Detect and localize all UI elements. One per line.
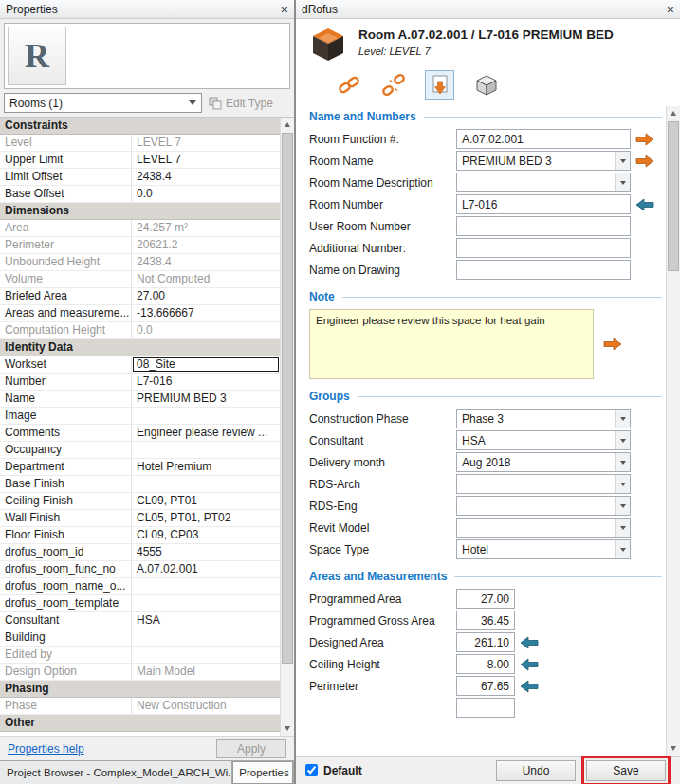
property-value[interactable]: Not Computed bbox=[132, 271, 280, 287]
property-value[interactable]: CL09, CP03 bbox=[132, 527, 280, 543]
property-row: drofus_room_template bbox=[0, 595, 280, 612]
property-value[interactable]: A.07.02.001 bbox=[132, 561, 280, 577]
field-label: Additional Number: bbox=[309, 242, 451, 255]
heading-label: Areas and Measurements bbox=[309, 570, 447, 584]
scrollbar-thumb[interactable] bbox=[668, 121, 679, 271]
property-value[interactable]: CL09, PT01 bbox=[132, 493, 280, 509]
property-value[interactable]: New Construction bbox=[132, 698, 280, 714]
input-value: A.07.02.001 bbox=[462, 133, 524, 146]
property-value[interactable]: 2438.4 bbox=[132, 169, 280, 185]
edit-type-button[interactable]: Edit Type bbox=[207, 93, 290, 113]
property-section-header[interactable]: Phasing bbox=[0, 681, 280, 698]
field-input[interactable] bbox=[456, 216, 631, 236]
property-value[interactable]: L7-016 bbox=[132, 374, 280, 390]
pull-from-drofus-arrow-icon[interactable] bbox=[520, 658, 542, 671]
heading-label: Note bbox=[309, 290, 335, 304]
field-select[interactable] bbox=[456, 496, 631, 516]
property-value[interactable]: 20621.2 bbox=[132, 237, 280, 253]
property-value[interactable]: PREMIUM BED 3 bbox=[132, 391, 280, 407]
property-value[interactable]: 27.00 bbox=[132, 288, 280, 304]
scroll-up-arrow-icon[interactable] bbox=[281, 118, 294, 132]
push-to-drofus-arrow-icon[interactable] bbox=[635, 133, 658, 146]
property-value[interactable] bbox=[132, 408, 280, 424]
close-icon[interactable]: × bbox=[281, 3, 288, 16]
field-select[interactable]: HSA bbox=[456, 430, 631, 450]
property-value[interactable]: 2438.4 bbox=[132, 254, 280, 270]
unlink-icon[interactable] bbox=[380, 72, 406, 98]
field-input[interactable]: 27.00 bbox=[456, 589, 515, 609]
property-value[interactable] bbox=[132, 578, 280, 594]
properties-help-link[interactable]: Properties help bbox=[8, 742, 84, 756]
close-icon[interactable]: × bbox=[667, 3, 674, 16]
apply-button[interactable]: Apply bbox=[216, 739, 286, 758]
link-icon[interactable] bbox=[336, 72, 361, 98]
heading-rule bbox=[342, 297, 662, 298]
property-value[interactable] bbox=[132, 476, 280, 492]
field-select[interactable] bbox=[456, 173, 631, 192]
property-section-header[interactable]: Dimensions bbox=[0, 203, 280, 220]
property-value[interactable] bbox=[132, 595, 280, 611]
field-select[interactable]: Aug 2018 bbox=[456, 452, 631, 472]
drofus-scrollbar[interactable] bbox=[666, 106, 680, 756]
type-selector-dropdown[interactable]: Rooms (1) bbox=[4, 93, 202, 113]
scroll-down-arrow-icon[interactable] bbox=[667, 741, 680, 756]
undo-button[interactable]: Undo bbox=[496, 760, 576, 781]
property-section-header[interactable]: Other bbox=[0, 715, 280, 732]
property-value[interactable]: LEVEL 7 bbox=[132, 152, 280, 168]
field-input[interactable]: L7-016 bbox=[456, 194, 631, 214]
tab-properties[interactable]: Properties bbox=[232, 761, 294, 784]
property-value[interactable] bbox=[132, 647, 280, 663]
property-value[interactable]: 08_Site bbox=[132, 356, 280, 373]
property-value[interactable]: 24.257 m² bbox=[132, 220, 280, 236]
property-value[interactable] bbox=[132, 442, 280, 458]
field-input[interactable] bbox=[456, 260, 631, 280]
push-to-drofus-arrow-icon[interactable] bbox=[635, 155, 658, 168]
field-select[interactable]: Phase 3 bbox=[456, 409, 631, 428]
scroll-up-arrow-icon[interactable] bbox=[667, 106, 680, 120]
field-input[interactable]: A.07.02.001 bbox=[456, 129, 631, 149]
property-value[interactable]: 0.0 bbox=[132, 322, 280, 338]
property-value[interactable]: CL05, PT01, PT02 bbox=[132, 510, 280, 526]
field-input[interactable]: 8.00 bbox=[456, 654, 515, 674]
property-value[interactable]: Main Model bbox=[132, 664, 280, 680]
save-button[interactable]: Save bbox=[586, 760, 666, 781]
push-to-drofus-icon[interactable] bbox=[425, 70, 454, 100]
property-label: Level bbox=[0, 135, 132, 151]
property-value[interactable] bbox=[132, 629, 280, 646]
field-input[interactable] bbox=[456, 238, 631, 258]
edit-type-icon bbox=[209, 97, 222, 110]
properties-scrollbar[interactable] bbox=[280, 118, 294, 736]
property-value[interactable]: -13.666667 bbox=[132, 305, 280, 321]
field-select[interactable]: PREMIUM BED 3 bbox=[456, 151, 631, 171]
field-label: Programmed Gross Area bbox=[309, 614, 451, 628]
property-value[interactable]: 0.0 bbox=[132, 186, 280, 202]
field-label: Construction Phase bbox=[309, 412, 451, 426]
note-textarea[interactable]: Engineer please review this space for he… bbox=[309, 309, 594, 379]
property-value[interactable]: Hotel Premium bbox=[132, 459, 280, 475]
push-to-drofus-arrow-icon[interactable] bbox=[603, 337, 622, 351]
property-value[interactable]: LEVEL 7 bbox=[132, 135, 280, 151]
heading-rule bbox=[454, 576, 662, 577]
pull-from-drofus-arrow-icon[interactable] bbox=[520, 680, 542, 693]
chevron-down-icon bbox=[615, 431, 630, 449]
field-select[interactable] bbox=[456, 518, 631, 538]
default-checkbox[interactable] bbox=[305, 764, 318, 776]
field-input[interactable] bbox=[456, 698, 515, 718]
scroll-down-arrow-icon[interactable] bbox=[281, 721, 294, 736]
property-value[interactable]: 4555 bbox=[132, 544, 280, 560]
property-label: Unbounded Height bbox=[0, 254, 132, 270]
drofus-model-icon[interactable] bbox=[473, 72, 499, 98]
pull-from-drofus-arrow-icon[interactable] bbox=[635, 198, 658, 211]
property-section-header[interactable]: Constraints bbox=[0, 118, 280, 135]
field-input[interactable]: 36.45 bbox=[456, 611, 515, 630]
field-input[interactable]: 67.65 bbox=[456, 676, 515, 696]
property-value[interactable]: Engineer please review ... bbox=[132, 425, 280, 441]
field-select[interactable]: Hotel bbox=[456, 539, 631, 559]
field-select[interactable] bbox=[456, 474, 631, 494]
scrollbar-thumb[interactable] bbox=[282, 133, 293, 664]
property-value[interactable]: HSA bbox=[132, 612, 280, 629]
property-section-header[interactable]: Identity Data bbox=[0, 339, 280, 356]
tab-project-browser[interactable]: Project Browser - Complex_Model_ARCH_Wi.… bbox=[0, 761, 232, 784]
pull-from-drofus-arrow-icon[interactable] bbox=[520, 636, 542, 649]
field-input[interactable]: 261.10 bbox=[456, 632, 515, 652]
